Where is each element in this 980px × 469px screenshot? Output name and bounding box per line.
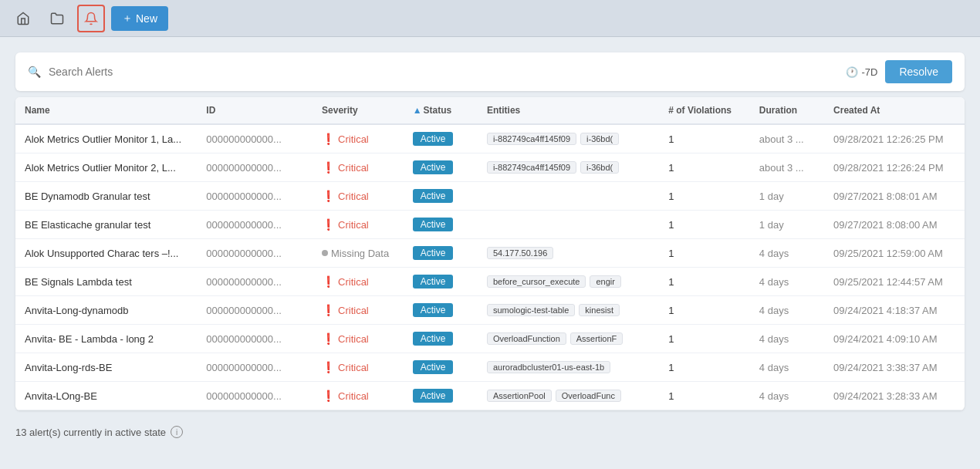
main-content: 🔍 🕐 -7D Resolve Name ID Severity ▲Status… [0, 37, 980, 418]
entity-tag: before_cursor_execute [487, 275, 586, 288]
cell-duration: 1 day [750, 182, 824, 211]
info-icon[interactable]: i [171, 426, 183, 438]
status-badge: Active [413, 303, 454, 317]
cell-status: Active [404, 353, 478, 382]
table-row[interactable]: BE Dynamodb Granular test000000000000...… [15, 182, 965, 211]
cell-severity: ❗Critical [313, 182, 404, 211]
missing-dot-icon [322, 250, 328, 256]
cell-severity: ❗Critical [313, 211, 404, 239]
cell-violations: 1 [659, 382, 750, 410]
cell-name: Alok Metrics Outlier Monitor 1, La... [15, 124, 197, 154]
cell-violations: 1 [659, 182, 750, 211]
plus-icon: ＋ [122, 12, 133, 25]
col-header-created: Created At [824, 97, 965, 124]
cell-id: 000000000000... [197, 154, 313, 182]
table-row[interactable]: Alok Metrics Outlier Monitor 2, L...0000… [15, 154, 965, 182]
col-header-status[interactable]: ▲Status [404, 97, 478, 124]
table-row[interactable]: Alok Unsupported Charac ters –!...000000… [15, 239, 965, 268]
resolve-button[interactable]: Resolve [885, 60, 952, 83]
cell-entities: i-882749ca4ff145f09i-36bd( [478, 154, 659, 182]
cell-duration: about 3 ... [750, 154, 824, 182]
cell-id: 000000000000... [197, 182, 313, 211]
cell-violations: 1 [659, 124, 750, 154]
cell-violations: 1 [659, 268, 750, 296]
entity-tag: auroradbcluster01-us-east-1b [487, 361, 610, 373]
cell-created-at: 09/25/2021 12:44:57 AM [824, 268, 965, 296]
entity-tag: i-36bd( [580, 133, 619, 145]
cell-status: Active [404, 325, 478, 353]
time-filter[interactable]: 🕐 -7D [846, 66, 877, 78]
cell-violations: 1 [659, 296, 750, 325]
cell-id: 000000000000... [197, 239, 313, 268]
table-row[interactable]: Anvita-Long-dynamodb000000000000...❗Crit… [15, 296, 965, 325]
search-icon: 🔍 [28, 66, 41, 78]
clock-icon: 🕐 [846, 66, 858, 78]
col-header-name: Name [15, 97, 197, 124]
col-header-id: ID [197, 97, 313, 124]
entity-tag: i-36bd( [580, 161, 619, 174]
status-badge: Active [413, 389, 454, 403]
footer-text: 13 alert(s) currently in active state [15, 427, 166, 438]
cell-violations: 1 [659, 154, 750, 182]
footer: 13 alert(s) currently in active state i [0, 418, 980, 446]
search-input[interactable] [49, 66, 838, 78]
critical-icon: ❗ [322, 190, 335, 202]
table-row[interactable]: Anvita-Long-rds-BE000000000000...❗Critic… [15, 353, 965, 382]
table-row[interactable]: BE Signals Lambda test000000000000...❗Cr… [15, 268, 965, 296]
cell-name: Anvita-Long-rds-BE [15, 353, 197, 382]
cell-created-at: 09/28/2021 12:26:24 PM [824, 154, 965, 182]
new-button[interactable]: ＋ New [111, 6, 168, 31]
status-badge: Active [413, 360, 454, 374]
severity-label: Critical [338, 133, 369, 145]
cell-severity: ❗Critical [313, 325, 404, 353]
cell-severity: ❗Critical [313, 382, 404, 410]
cell-violations: 1 [659, 325, 750, 353]
cell-entities: sumologic-test-tablekinesist [478, 296, 659, 325]
table-row[interactable]: Anvita-LOng-BE000000000000...❗CriticalAc… [15, 382, 965, 410]
cell-name: BE Dynamodb Granular test [15, 182, 197, 211]
cell-created-at: 09/25/2021 12:59:00 AM [824, 239, 965, 268]
top-bar: ＋ New [0, 0, 980, 37]
entity-tag: OverloadFunction [487, 332, 566, 345]
status-badge: Active [413, 160, 454, 174]
entity-tag: AssertionF [570, 332, 623, 345]
home-button[interactable] [9, 5, 37, 32]
entity-tag: OverloadFunc [556, 390, 621, 402]
severity-label: Critical [338, 362, 369, 373]
cell-status: Active [404, 268, 478, 296]
entity-tag: kinesist [579, 304, 620, 316]
cell-duration: 1 day [750, 211, 824, 239]
cell-name: Alok Metrics Outlier Monitor 2, L... [15, 154, 197, 182]
cell-severity: ❗Critical [313, 296, 404, 325]
bell-button[interactable] [77, 5, 105, 32]
table-row[interactable]: Anvita- BE - Lambda - long 2000000000000… [15, 325, 965, 353]
cell-severity: ❗Critical [313, 154, 404, 182]
entity-tag: i-882749ca4ff145f09 [487, 161, 576, 174]
folder-button[interactable] [43, 5, 71, 32]
cell-created-at: 09/24/2021 3:28:33 AM [824, 382, 965, 410]
critical-icon: ❗ [322, 218, 335, 231]
alerts-table: Name ID Severity ▲Status Entities # of V… [15, 97, 965, 410]
cell-severity: Missing Data [313, 239, 404, 268]
critical-icon: ❗ [322, 332, 335, 345]
cell-duration: 4 days [750, 382, 824, 410]
col-header-violations: # of Violations [659, 97, 750, 124]
status-badge: Active [413, 189, 454, 203]
cell-status: Active [404, 382, 478, 410]
critical-icon: ❗ [322, 361, 335, 373]
cell-entities: before_cursor_executeengir [478, 268, 659, 296]
cell-created-at: 09/27/2021 8:08:00 AM [824, 211, 965, 239]
new-label: New [136, 12, 157, 25]
cell-status: Active [404, 154, 478, 182]
entity-tag: sumologic-test-table [487, 304, 575, 316]
cell-id: 000000000000... [197, 382, 313, 410]
cell-created-at: 09/24/2021 4:09:10 AM [824, 325, 965, 353]
severity-label: Critical [338, 390, 369, 402]
severity-label: Critical [338, 333, 369, 345]
table-row[interactable]: Alok Metrics Outlier Monitor 1, La...000… [15, 124, 965, 154]
status-badge: Active [413, 218, 454, 231]
table-row[interactable]: BE Elasticache granular test000000000000… [15, 211, 965, 239]
cell-duration: 4 days [750, 296, 824, 325]
critical-icon: ❗ [322, 161, 335, 174]
critical-icon: ❗ [322, 275, 335, 288]
